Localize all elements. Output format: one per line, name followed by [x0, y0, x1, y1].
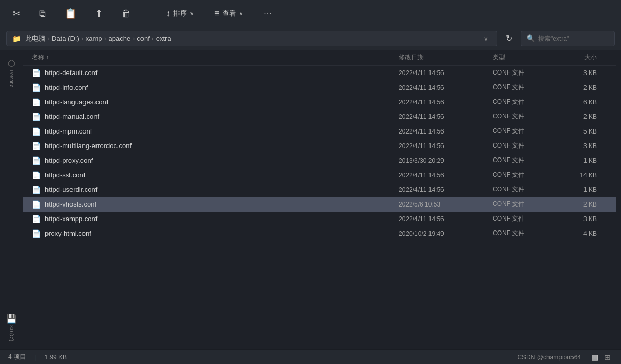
toolbar: ✂ ⧉ 📋 ⬆ 🗑 ↕ 排序 ∨ ≡ 查看 ∨ ··· — [0, 0, 621, 27]
file-date: 2022/4/11 14:56 — [399, 128, 493, 135]
file-type: CONF 文件 — [493, 83, 555, 92]
file-icon: 📄 — [32, 83, 41, 92]
breadcrumb-conf[interactable]: conf — [137, 34, 150, 42]
table-row[interactable]: 📄 httpd-manual.conf 2022/4/11 14:56 CONF… — [23, 110, 616, 124]
header-name[interactable]: 名称 ↑ — [32, 53, 399, 62]
file-date: 2022/5/6 10:53 — [399, 201, 493, 208]
file-size: 2 KB — [555, 113, 597, 120]
sort-asc-icon: ↑ — [46, 55, 49, 60]
paste-icon: 📋 — [65, 9, 76, 18]
delete-button[interactable]: 🗑 — [117, 7, 135, 20]
header-size[interactable]: 大小 — [555, 53, 597, 62]
file-name: httpd-default.conf — [45, 69, 97, 77]
file-date: 2022/4/11 14:56 — [399, 186, 493, 193]
file-icon: 📄 — [32, 142, 41, 150]
file-size: 3 KB — [555, 69, 597, 77]
file-size: 6 KB — [555, 99, 597, 106]
breadcrumb-dropdown-icon[interactable]: ∨ — [481, 35, 492, 42]
file-date: 2013/3/30 20:29 — [399, 157, 493, 164]
file-icon: 📄 — [32, 113, 41, 121]
file-type: CONF 文件 — [493, 229, 555, 238]
more-icon: ··· — [264, 9, 272, 18]
breadcrumb-drive[interactable]: Data (D:) — [52, 34, 79, 42]
folder-icon: 📁 — [12, 34, 21, 43]
file-type: CONF 文件 — [493, 171, 555, 179]
breadcrumb-sep-1: › — [47, 35, 50, 42]
file-type: CONF 文件 — [493, 98, 555, 106]
left-nav-panel: ⬡ Persona 💾 SD (C:) — [0, 50, 23, 349]
table-row[interactable]: 📄 httpd-userdir.conf 2022/4/11 14:56 CON… — [23, 183, 616, 197]
breadcrumb-sep-5: › — [152, 35, 154, 42]
table-row[interactable]: 📄 proxy-html.conf 2020/10/2 19:49 CONF 文… — [23, 226, 616, 241]
file-icon: 📄 — [32, 127, 41, 136]
copy-icon: ⧉ — [39, 9, 46, 18]
breadcrumb-apache[interactable]: apache — [109, 34, 131, 42]
file-size: 1 KB — [555, 186, 597, 193]
search-input[interactable] — [538, 35, 606, 42]
header-type[interactable]: 类型 — [493, 53, 555, 62]
table-row[interactable]: 📄 httpd-multilang-errordoc.conf 2022/4/1… — [23, 139, 616, 153]
file-size: 3 KB — [555, 142, 597, 150]
breadcrumb-pc[interactable]: 此电脑 — [25, 34, 45, 43]
share-button[interactable]: ⬆ — [91, 7, 107, 20]
file-type: CONF 文件 — [493, 68, 555, 77]
header-date-label: 修改日期 — [399, 53, 424, 62]
file-icon: 📄 — [32, 98, 41, 106]
breadcrumb-sep-3: › — [104, 35, 106, 42]
view-label: 查看 — [222, 9, 236, 18]
file-size: 2 KB — [555, 84, 597, 91]
refresh-button[interactable]: ↻ — [501, 31, 517, 45]
tile-view-button[interactable]: ⊞ — [602, 352, 613, 362]
table-row[interactable]: 📄 httpd-languages.conf 2022/4/11 14:56 C… — [23, 95, 616, 110]
table-row[interactable]: 📄 httpd-default.conf 2022/4/11 14:56 CON… — [23, 66, 616, 80]
file-name: proxy-html.conf — [45, 229, 91, 237]
status-bar: 4 项目 | 1.99 KB CSDN @champion564 ▤ ⊞ — [0, 349, 621, 364]
file-type: CONF 文件 — [493, 185, 555, 194]
copy-button[interactable]: ⧉ — [35, 7, 50, 20]
breadcrumb-xamp[interactable]: xamp — [86, 34, 102, 42]
toolbar-divider — [148, 5, 148, 22]
more-button[interactable]: ··· — [258, 6, 277, 21]
file-date: 2022/4/11 14:56 — [399, 142, 493, 150]
table-row[interactable]: 📄 httpd-ssl.conf 2022/4/11 14:56 CONF 文件… — [23, 168, 616, 183]
table-row[interactable]: 📄 httpd-xampp.conf 2022/4/11 14:56 CONF … — [23, 212, 616, 226]
detail-view-button[interactable]: ▤ — [589, 352, 600, 362]
table-row[interactable]: 📄 httpd-info.conf 2022/4/11 14:56 CONF 文… — [23, 80, 616, 95]
sort-button[interactable]: ↕ 排序 ∨ — [161, 6, 199, 21]
file-name-cell: 📄 httpd-vhosts.conf — [32, 200, 399, 209]
left-nav-item-csd[interactable]: 💾 SD (C:) — [2, 310, 21, 345]
table-row[interactable]: 📄 httpd-proxy.conf 2013/3/30 20:29 CONF … — [23, 153, 616, 168]
file-name: httpd-languages.conf — [45, 98, 108, 106]
file-date: 2022/4/11 14:56 — [399, 113, 493, 120]
file-name: httpd-mpm.conf — [45, 127, 92, 135]
left-nav-item-persona[interactable]: ⬡ Persona — [2, 54, 21, 92]
header-date[interactable]: 修改日期 — [399, 53, 493, 62]
file-size: 14 KB — [555, 172, 597, 179]
file-name-cell: 📄 httpd-ssl.conf — [32, 171, 399, 179]
file-icon: 📄 — [32, 156, 41, 165]
share-icon: ⬆ — [95, 9, 103, 18]
file-icon: 📄 — [32, 186, 41, 194]
file-name-cell: 📄 httpd-manual.conf — [32, 113, 399, 121]
breadcrumb-extra[interactable]: extra — [156, 34, 171, 42]
table-row[interactable]: 📄 httpd-mpm.conf 2022/4/11 14:56 CONF 文件… — [23, 124, 616, 139]
cut-button[interactable]: ✂ — [8, 7, 25, 20]
file-name: httpd-ssl.conf — [45, 171, 85, 179]
file-type: CONF 文件 — [493, 214, 555, 223]
persona-icon: ⬡ — [8, 58, 15, 68]
breadcrumb[interactable]: 📁 此电脑 › Data (D:) › xamp › apache › conf… — [6, 31, 497, 46]
file-size: 3 KB — [555, 215, 597, 223]
status-size: 1.99 KB — [44, 354, 67, 361]
file-name: httpd-userdir.conf — [45, 186, 97, 193]
view-button[interactable]: ≡ 查看 ∨ — [209, 6, 248, 21]
file-date: 2020/10/2 19:49 — [399, 230, 493, 237]
table-row[interactable]: 📄 httpd-vhosts.conf 2022/5/6 10:53 CONF … — [23, 197, 616, 212]
paste-button[interactable]: 📋 — [61, 7, 80, 20]
file-list-header: 名称 ↑ 修改日期 类型 大小 — [23, 50, 616, 66]
file-size: 2 KB — [555, 201, 597, 208]
file-name: httpd-multilang-errordoc.conf — [45, 142, 132, 150]
file-name: httpd-proxy.conf — [45, 156, 93, 164]
view-icon: ≡ — [214, 9, 219, 18]
file-name-cell: 📄 httpd-userdir.conf — [32, 186, 399, 194]
address-bar: 📁 此电脑 › Data (D:) › xamp › apache › conf… — [0, 27, 621, 50]
